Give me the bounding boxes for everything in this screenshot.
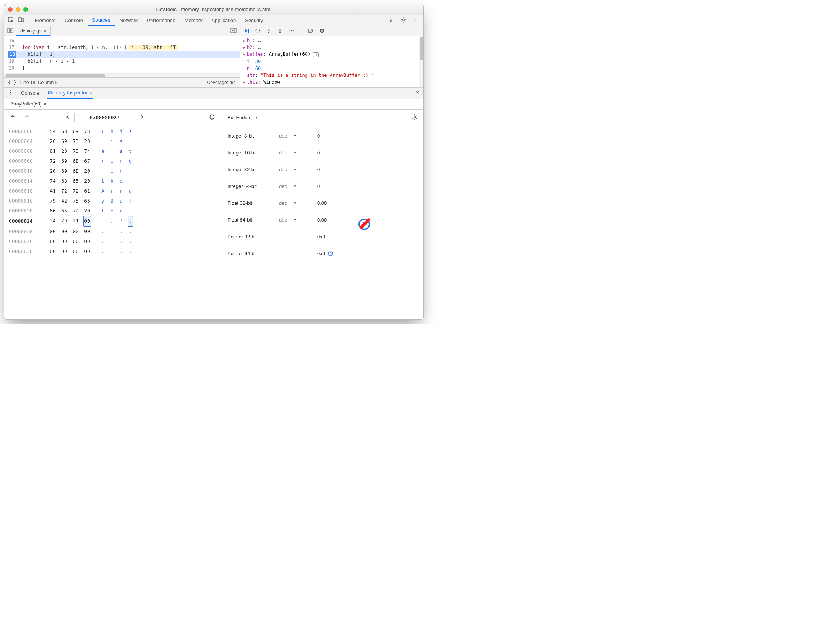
hex-table[interactable]: 0000000054686973This0000000420697320 is … bbox=[4, 125, 222, 258]
endianness-select[interactable]: Big Endian▼ bbox=[227, 115, 258, 120]
svg-point-6 bbox=[415, 21, 416, 23]
value-row: Pointer 32-bit0x0 bbox=[227, 228, 418, 245]
hex-row[interactable]: 0000002800000000.... bbox=[9, 227, 217, 237]
value-mode-select[interactable]: dec▼ bbox=[279, 167, 317, 172]
value-mode-select[interactable]: dec▼ bbox=[279, 200, 317, 206]
scope-row[interactable]: n: 60 bbox=[243, 65, 420, 72]
value-mode-select[interactable]: dec▼ bbox=[279, 217, 317, 223]
next-address-button[interactable] bbox=[138, 113, 146, 122]
close-tab-icon[interactable]: × bbox=[44, 28, 47, 34]
svg-rect-2 bbox=[22, 19, 24, 22]
drawer-tab-console[interactable]: Console bbox=[20, 88, 40, 99]
pretty-print-icon[interactable]: { } bbox=[8, 80, 16, 85]
scope-row[interactable]: ▸this: Window bbox=[243, 79, 420, 86]
drawer-tab-memory-inspector[interactable]: Memory Inspector × bbox=[47, 88, 94, 99]
hex-row[interactable]: 0000001C79427566yBuf bbox=[9, 196, 217, 206]
value-mode-select[interactable]: dec▼ bbox=[279, 133, 317, 139]
editor-pane: demo-js.js × 16171819202122 for (var i =… bbox=[4, 26, 240, 87]
scope-row-buffer[interactable]: ▸buffer: ArrayBuffer(60) ⫼ bbox=[243, 51, 420, 58]
undo-icon[interactable] bbox=[9, 112, 18, 123]
main-tab-sources[interactable]: Sources bbox=[88, 15, 115, 26]
main-tab-network[interactable]: Network bbox=[115, 15, 143, 26]
cursor-position-label: Line 18, Column 5 bbox=[20, 80, 57, 85]
svg-point-5 bbox=[415, 19, 416, 21]
step-over-button[interactable] bbox=[255, 28, 261, 35]
svg-rect-18 bbox=[321, 29, 322, 32]
editor-h-scrollbar[interactable] bbox=[4, 73, 240, 77]
svg-point-12 bbox=[257, 31, 258, 32]
main-tab-application[interactable]: Application bbox=[207, 15, 241, 26]
svg-point-3 bbox=[403, 19, 404, 21]
pause-on-exceptions-button[interactable] bbox=[319, 28, 325, 35]
settings-gear-icon[interactable] bbox=[401, 17, 407, 24]
coverage-label: Coverage: n/a bbox=[207, 80, 236, 85]
titlebar: DevTools - memory-inspector.glitch.me/de… bbox=[4, 4, 423, 15]
editor-tab-demo-js[interactable]: demo-js.js × bbox=[16, 26, 51, 36]
drawer-kebab-icon[interactable] bbox=[8, 90, 13, 96]
hex-row[interactable]: 0000001020696E20 in bbox=[9, 166, 217, 176]
hex-row[interactable]: 000000243A292100:)!. bbox=[9, 216, 217, 227]
kebab-menu-icon[interactable] bbox=[412, 17, 418, 24]
hex-row[interactable]: 0000001474686520the bbox=[9, 176, 217, 186]
hex-row[interactable]: 0000000420697320 is bbox=[9, 136, 217, 146]
window-title: DevTools - memory-inspector.glitch.me/de… bbox=[4, 6, 423, 12]
reveal-in-memory-icon[interactable]: ⫼ bbox=[313, 52, 319, 57]
overflow-tabs-icon[interactable]: » bbox=[387, 17, 395, 24]
scope-row[interactable]: ▸b2: … bbox=[243, 44, 420, 51]
svg-rect-1 bbox=[18, 18, 21, 22]
main-tab-performance[interactable]: Performance bbox=[142, 15, 180, 26]
svg-point-20 bbox=[10, 90, 11, 91]
hex-row[interactable]: 0000000C72696E67ring bbox=[9, 156, 217, 166]
prev-address-button[interactable] bbox=[63, 113, 72, 122]
hex-row[interactable]: 0000000861207374a st bbox=[9, 146, 217, 156]
close-drawer-icon[interactable]: × bbox=[415, 89, 420, 97]
debugger-sidebar-toggle-icon[interactable] bbox=[227, 28, 240, 35]
value-row: Integer 64-bitdec▼0 bbox=[227, 178, 418, 194]
close-drawer-tab-icon[interactable]: × bbox=[90, 90, 93, 96]
svg-point-4 bbox=[415, 18, 416, 19]
svg-rect-11 bbox=[248, 28, 249, 32]
hex-row[interactable]: 0000003000000000.... bbox=[9, 246, 217, 256]
scope-row[interactable]: i: 39 bbox=[243, 58, 420, 65]
deactivate-breakpoints-button[interactable] bbox=[308, 28, 314, 35]
value-settings-gear-icon[interactable] bbox=[411, 113, 418, 122]
value-mode-select[interactable]: dec▼ bbox=[279, 183, 317, 189]
main-tab-security[interactable]: Security bbox=[240, 15, 268, 26]
main-tab-console[interactable]: Console bbox=[60, 15, 88, 26]
device-mode-icon[interactable] bbox=[18, 17, 24, 24]
redo-icon[interactable] bbox=[22, 112, 31, 123]
memory-inspector-tab-arraybuffer[interactable]: ArrayBuffer(60) × bbox=[6, 99, 50, 109]
value-interpreter-pane: Big Endian▼ Integer 8-bitdec▼0Integer 16… bbox=[222, 110, 423, 319]
resume-button[interactable] bbox=[244, 28, 250, 35]
value-row: Pointer 64-bit0x0 bbox=[227, 245, 418, 262]
address-input[interactable] bbox=[74, 113, 135, 122]
hex-row[interactable]: 0000002066657220fer bbox=[9, 206, 217, 216]
devtools-window: DevTools - memory-inspector.glitch.me/de… bbox=[4, 4, 424, 320]
scope-row[interactable]: ▸b1: … bbox=[243, 37, 420, 44]
refresh-icon[interactable] bbox=[207, 112, 217, 123]
main-tab-memory[interactable]: Memory bbox=[180, 15, 207, 26]
close-mi-tab-icon[interactable]: × bbox=[44, 101, 47, 107]
svg-point-15 bbox=[293, 30, 294, 31]
hex-row[interactable]: 0000001841727261Arra bbox=[9, 186, 217, 196]
memory-inspector-tabbar: ArrayBuffer(60) × bbox=[4, 99, 423, 110]
svg-point-17 bbox=[320, 28, 324, 32]
main-tab-elements[interactable]: Elements bbox=[30, 15, 60, 26]
scope-v-scrollbar[interactable] bbox=[419, 36, 423, 87]
value-row: Float 32-bitdec▼0.00 bbox=[227, 194, 418, 211]
navigator-toggle-icon[interactable] bbox=[4, 28, 16, 35]
step-button[interactable] bbox=[288, 28, 294, 35]
step-out-button[interactable] bbox=[277, 28, 283, 35]
code-editor[interactable]: 16171819202122 for (var i = str.length; … bbox=[4, 36, 240, 73]
jump-to-address-icon[interactable] bbox=[328, 250, 334, 256]
svg-point-13 bbox=[268, 32, 269, 33]
inspect-element-icon[interactable] bbox=[8, 17, 14, 24]
hex-row[interactable]: 0000002C00000000.... bbox=[9, 237, 217, 246]
svg-point-14 bbox=[279, 32, 281, 33]
drawer-tabbar: Console Memory Inspector × × bbox=[4, 88, 423, 99]
hex-row[interactable]: 0000000054686973This bbox=[9, 126, 217, 136]
svg-rect-19 bbox=[322, 29, 323, 32]
step-into-button[interactable] bbox=[266, 28, 272, 35]
value-mode-select[interactable]: dec▼ bbox=[279, 150, 317, 156]
scope-row[interactable]: str: "This is a string in the ArrayBuffe… bbox=[243, 72, 420, 79]
